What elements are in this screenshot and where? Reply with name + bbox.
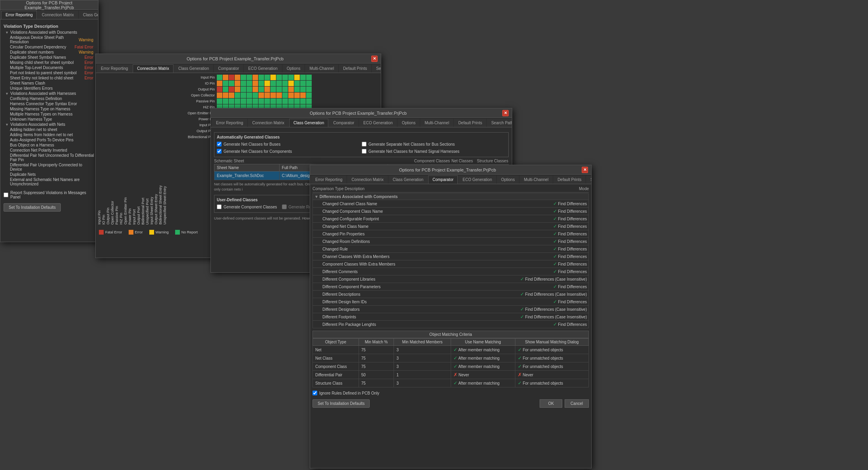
tab-er-cm[interactable]: Error Reporting [96, 64, 132, 73]
cell-0-14[interactable] [300, 75, 306, 80]
item-adding-items[interactable]: Adding Items from hidden net to net [4, 132, 95, 137]
comp-cancel-btn[interactable]: Cancel [565, 399, 589, 408]
item-duplicate-sheet[interactable]: Duplicate sheet numbers Warning [4, 50, 95, 55]
suppress-checkbox[interactable] [4, 193, 8, 197]
cell-0-10[interactable] [276, 75, 282, 80]
tab-er-cg[interactable]: Error Reporting [212, 119, 247, 127]
match-row-net[interactable]: Net 75 3 ✓ After member matching ✓ For u… [313, 346, 589, 354]
tab-eco-cm[interactable]: ECO Generation [244, 64, 282, 73]
cb-ignore-rules-input[interactable] [312, 391, 317, 395]
cb-separate-bus-sections[interactable]: Generate Separate Net Classes for Bus Se… [362, 141, 506, 147]
expand-nets[interactable]: ▼ [5, 123, 9, 127]
cb-generate-comp-classes[interactable]: Generate Component Classes [217, 204, 277, 210]
comp-row-net-class-name[interactable]: Changed Net Class Name ✓ Find Difference… [313, 223, 588, 230]
tab-dp-cm[interactable]: Default Prints [339, 64, 371, 73]
tab-sp-cm[interactable]: Search Paths [372, 64, 381, 73]
comp-row-comp-class-name[interactable]: Changed Component Class Name ✓ Find Diff… [313, 208, 588, 215]
comp-row-configurable-fp[interactable]: Changed Configurable Footprint ✓ Find Di… [313, 215, 588, 223]
comp-row-comp-libs[interactable]: Different Component Libraries ✓ Find Dif… [313, 275, 588, 283]
item-unknown-harness[interactable]: Unknown Harness Type [4, 117, 95, 122]
item-ambiguous-value[interactable]: Warning [79, 38, 95, 42]
cb-net-components[interactable]: Generate Net Classes for Components [217, 148, 361, 154]
cb-named-harnesses[interactable]: Generate Net Classes for Named Signal Ha… [362, 148, 506, 154]
expand-harnesses[interactable]: ▼ [5, 92, 9, 96]
item-bus-harness[interactable]: Bus Object on a Harness [4, 143, 95, 148]
tab-comparator[interactable]: Comparator [428, 175, 458, 184]
cb-net-comp-input[interactable] [217, 149, 222, 154]
cb-ignore-rules[interactable]: Ignore Rules Defined in PCB Only [312, 390, 589, 396]
tab-opt-cg[interactable]: Options [397, 119, 420, 127]
item-dup-symbol[interactable]: Duplicate Sheet Symbol Names Error [4, 55, 95, 60]
item-net-polarity[interactable]: Connection Net Polarity Inverted [4, 148, 95, 153]
item-diff-pair-unconnected[interactable]: Differential Pair Net Unconnected To Dif… [4, 153, 95, 162]
comp-tabs[interactable]: Error Reporting Connection Matrix Class … [310, 175, 591, 184]
item-duplicate-sheet-value[interactable]: Warning [79, 50, 95, 54]
cell-0-13[interactable] [294, 75, 300, 80]
tab-connection-matrix-er[interactable]: Connection Matrix [37, 11, 78, 19]
tab-dp-cg[interactable]: Default Prints [454, 119, 486, 127]
tab-eco-comp[interactable]: ECO Generation [458, 175, 496, 184]
tab-eco-cg[interactable]: ECO Generation [359, 119, 397, 127]
item-sheet-entry-value[interactable]: Error [85, 76, 95, 80]
item-multiple-top[interactable]: Multiple Top-Level Documents Error [4, 65, 95, 70]
comp-row-comp-params[interactable]: Different Component Parameters ✓ Find Di… [313, 283, 588, 291]
item-unique-id[interactable]: Unique Identifiers Errors [4, 86, 95, 91]
item-dup-symbol-value[interactable]: Error [85, 55, 95, 60]
tab-sp-comp[interactable]: Search Paths [586, 175, 591, 184]
cm-close-btn[interactable]: ✕ [371, 56, 378, 62]
cell-0-4[interactable] [241, 75, 246, 80]
item-circular[interactable]: Circular Document Dependency Fatal Error [4, 44, 95, 50]
cb-separate-bus-input[interactable] [362, 142, 366, 146]
cell-0-3[interactable] [235, 75, 240, 80]
cell-0-9[interactable] [270, 75, 276, 80]
tab-cm[interactable]: Connection Matrix [133, 64, 174, 73]
item-diff-pair-unproperly[interactable]: Differential Pair Unproperly Connected t… [4, 162, 95, 172]
comp-row-pin-props[interactable]: Changed Pin Properties ✓ Find Difference… [313, 230, 588, 238]
cell-0-1[interactable] [223, 75, 228, 80]
cb-named-harnesses-input[interactable] [362, 149, 366, 154]
comp-row-channel-extra[interactable]: Channel Classes With Extra Members ✓ Fin… [313, 253, 588, 260]
expand-documents[interactable]: ▼ [5, 31, 9, 35]
item-circular-value[interactable]: Fatal Error [75, 45, 95, 49]
tab-options-cm[interactable]: Options [282, 64, 305, 73]
comp-row-descriptions[interactable]: Different Descriptions ✓ Find Difference… [313, 291, 588, 298]
item-external-net[interactable]: External and Schematic Net Names are Uns… [4, 177, 95, 187]
cb-gen-rooms-input[interactable] [282, 204, 287, 209]
item-harness-syntax[interactable]: Harness Connector Type Syntax Error [4, 101, 95, 106]
comp-set-defaults-btn[interactable]: Set To Installation Defaults [312, 399, 370, 408]
cell-0-11[interactable] [282, 75, 288, 80]
tab-dp-comp[interactable]: Default Prints [553, 175, 586, 184]
comp-list-container[interactable]: ▼ Differences Associated with Components… [312, 193, 589, 328]
cb-net-buses-input[interactable] [217, 142, 222, 146]
tab-mc-cg[interactable]: Multi-Channel [420, 119, 453, 127]
cm-tabs[interactable]: Error Reporting Connection Matrix Class … [96, 64, 381, 73]
tab-mc-cm[interactable]: Multi-Channel [305, 64, 338, 73]
item-multiple-harness[interactable]: Multiple Harness Types on Harness [4, 112, 95, 117]
tab-sp-cg[interactable]: Search Paths [487, 119, 512, 127]
tab-er-comp[interactable]: Error Reporting [311, 175, 347, 184]
match-row-compclass[interactable]: Component Class 75 3 ✓ After member matc… [313, 362, 589, 371]
item-missing-harness[interactable]: Missing Harness Type on Harness [4, 106, 95, 112]
cell-0-7[interactable] [258, 75, 264, 80]
item-missing-child[interactable]: Missing child sheet for sheet symbol Err… [4, 60, 95, 65]
cell-0-8[interactable] [264, 75, 270, 80]
cell-0-12[interactable] [288, 75, 294, 80]
cell-0-15[interactable] [306, 75, 312, 80]
cb-gen-comp-input[interactable] [217, 204, 222, 209]
suppress-checkbox-container[interactable]: Report Suppressed Violations in Messages… [4, 190, 95, 200]
item-auto-assigned[interactable]: Auto-Assigned Ports To Device Pins [4, 137, 95, 143]
item-port-not-linked[interactable]: Port not linked to parent sheet symbol E… [4, 70, 95, 75]
tab-cg-comp[interactable]: Class Generation [388, 175, 428, 184]
cell-0-0[interactable] [217, 75, 222, 80]
match-row-structclass[interactable]: Structure Class 75 3 ✓ After member matc… [313, 379, 589, 387]
comp-row-comments[interactable]: Different Comments ✓ Find Differences [313, 268, 588, 275]
tab-cm-comp[interactable]: Connection Matrix [347, 175, 388, 184]
comp-close-btn[interactable]: ✕ [582, 167, 588, 173]
tab-opt-comp[interactable]: Options [497, 175, 519, 184]
tab-comp-cg[interactable]: Comparator [329, 119, 359, 127]
item-ambiguous[interactable]: Ambiguous Device Sheet Path Resolution W… [4, 35, 95, 44]
comp-row-comp-extra[interactable]: Component Classes With Extra Members ✓ F… [313, 260, 588, 268]
tab-error-reporting[interactable]: Error Reporting [1, 11, 37, 19]
tab-cg[interactable]: Class Generation [289, 119, 328, 127]
item-duplicate-nets[interactable]: Duplicate Nets [4, 172, 95, 177]
